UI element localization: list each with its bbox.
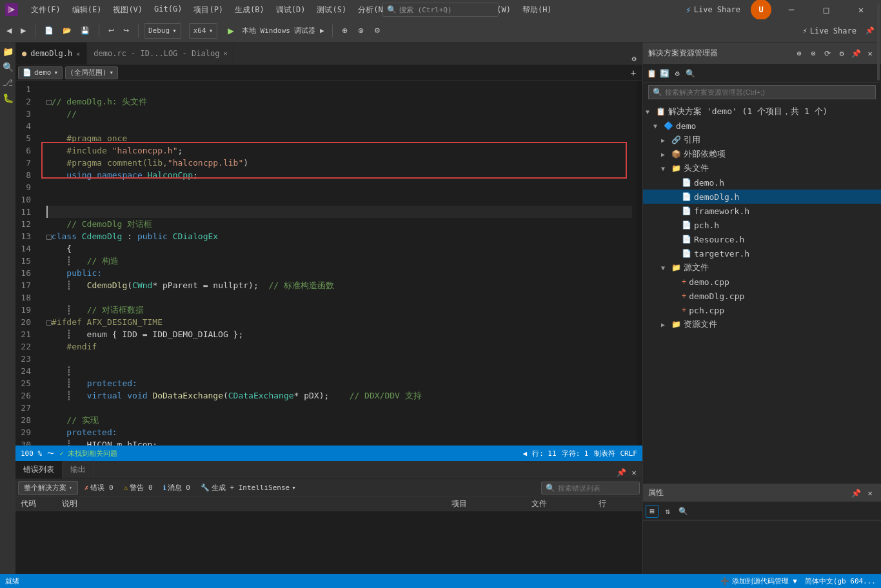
se-search-input[interactable] — [665, 88, 871, 96]
minimize-button[interactable]: ─ — [777, 0, 806, 19]
tree-demo-project[interactable]: ▼ 🔷 demo — [643, 119, 881, 133]
tree-pchcpp[interactable]: + pch.cpp — [643, 303, 881, 317]
menu-debug[interactable]: 调试(D) — [271, 3, 311, 17]
scope-range-dropdown[interactable]: (全局范围) ▾ — [65, 66, 118, 79]
se-search[interactable]: 🔍 — [648, 85, 876, 99]
error-filter-dropdown[interactable]: 整个解决方案 ▾ — [18, 481, 78, 495]
zoom-level[interactable]: 100 % — [21, 449, 42, 458]
activity-explorer[interactable]: 📁 — [1, 45, 14, 58]
prop-pin[interactable]: 📌 — [850, 487, 862, 499]
toolbar-pin-button[interactable]: 📌 — [862, 23, 878, 39]
bottom-close[interactable]: ✕ — [628, 467, 640, 478]
menu-edit[interactable]: 编辑(E) — [67, 3, 107, 17]
tree-references[interactable]: ▶ 🔗 引用 — [643, 133, 881, 147]
activity-bar: 📁 🔍 ⎇ 🐛 — [0, 43, 15, 574]
tab-error-list[interactable]: 错误列表 — [15, 460, 63, 478]
se-close[interactable]: ✕ — [864, 48, 876, 59]
open-button[interactable]: 📂 — [59, 23, 75, 39]
error-search-input[interactable] — [558, 484, 635, 492]
tabs-settings[interactable]: ⚙ — [628, 53, 640, 64]
activity-debug[interactable]: 🐛 — [1, 92, 14, 104]
menu-build[interactable]: 生成(B) — [230, 3, 270, 17]
tab-demorc[interactable]: demo.rc - ID...LOG - Dialog ✕ — [87, 43, 234, 64]
tab-demorc-close[interactable]: ✕ — [223, 50, 227, 57]
tree-resources-folder[interactable]: ▶ 📁 资源文件 — [643, 317, 881, 331]
tree-extern-deps[interactable]: ▶ 📦 外部依赖项 — [643, 147, 881, 161]
tree-demo-h[interactable]: 📄 demo.h — [643, 175, 881, 190]
menu-project[interactable]: 项目(P) — [188, 3, 228, 17]
menu-test[interactable]: 测试(S) — [312, 3, 351, 17]
menu-help[interactable]: 帮助(H) — [517, 3, 557, 17]
user-avatar[interactable]: U — [751, 0, 771, 20]
toolbar-btn-5[interactable]: ⊕ — [338, 23, 351, 39]
toolbar-liveshare[interactable]: ⚡ Live Share — [798, 25, 862, 37]
message-count-badge[interactable]: ℹ 消息 0 — [159, 482, 194, 494]
ln-22: 22 — [15, 340, 36, 353]
tree-sources-folder[interactable]: ▼ 📁 源文件 — [643, 260, 881, 275]
toolbar-btn-6[interactable]: ⊗ — [354, 23, 368, 39]
se-btn-4[interactable]: ⚙ — [836, 48, 847, 59]
liveshare-button[interactable]: ⚡ Live Share — [680, 3, 746, 16]
se-tb-2[interactable]: 🔄 — [658, 68, 670, 79]
new-button[interactable]: 📄 — [41, 23, 57, 39]
tab-output[interactable]: 输出 — [63, 460, 94, 478]
save-button[interactable]: 💾 — [77, 23, 94, 39]
warning-count-badge[interactable]: ⚠ 警告 0 — [120, 482, 157, 494]
tree-targetverh[interactable]: 📄 targetver.h — [643, 246, 881, 260]
menu-git[interactable]: Git(G) — [149, 3, 187, 17]
se-btn-2[interactable]: ⊗ — [807, 48, 819, 59]
build-filter-badge[interactable]: 🔧 生成 + IntelliSense ▾ — [197, 482, 300, 494]
se-toolbar: 📋 🔄 ⚙ 🔍 — [643, 64, 881, 83]
scroll-left-icon: ◀ — [523, 449, 528, 458]
platform-dropdown[interactable]: x64 ▾ — [189, 23, 218, 39]
status-encoding[interactable]: 简体中文(gb 604... — [805, 576, 876, 586]
maximize-button[interactable]: □ — [811, 0, 841, 19]
se-pin[interactable]: 📌 — [850, 48, 862, 59]
menu-file[interactable]: 文件(F) — [26, 3, 66, 17]
scope-add-button[interactable]: + — [627, 66, 640, 79]
toolbar-sep-4 — [332, 24, 333, 37]
toolbar-btn-7[interactable]: ⚙ — [370, 23, 384, 39]
back-button[interactable]: ◀ — [3, 23, 15, 39]
status-add-source[interactable]: ➕ 添加到源代码管理 ▼ — [720, 576, 797, 586]
prop-search-icon[interactable]: 🔍 — [677, 505, 689, 518]
tab-demodlgh-close[interactable]: ✕ — [76, 50, 80, 57]
scope-file-dropdown[interactable]: 📄 demo ▾ — [18, 66, 63, 79]
ln-14: 14 — [15, 242, 36, 255]
ln-29: 29 — [15, 426, 36, 438]
forward-button[interactable]: ▶ — [17, 23, 30, 39]
scope-file-label: demo — [34, 68, 52, 77]
tree-pchh[interactable]: 📄 pch.h — [643, 218, 881, 232]
tree-headers-folder[interactable]: ▼ 📁 头文件 — [643, 161, 881, 175]
se-tb-3[interactable]: ⚙ — [671, 68, 683, 79]
close-button[interactable]: ✕ — [846, 0, 876, 19]
redo-button[interactable]: ↪ — [119, 23, 133, 39]
run-button[interactable]: ▶ — [225, 24, 237, 37]
se-btn-1[interactable]: ⊕ — [793, 48, 805, 59]
se-tb-1[interactable]: 📋 — [646, 68, 657, 79]
tab-demodlgh[interactable]: ● demoDlg.h ✕ — [15, 43, 87, 64]
activity-git[interactable]: ⎇ — [1, 76, 14, 89]
error-count-badge[interactable]: ✗ 错误 0 — [81, 482, 117, 494]
undo-button[interactable]: ↩ — [104, 23, 118, 39]
prop-sort-icon[interactable]: ⇅ — [661, 505, 674, 518]
tree-solution[interactable]: ▼ 📋 解决方案 'demo' (1 个项目，共 1 个) — [643, 104, 881, 119]
tree-resourceh[interactable]: 📄 Resource.h — [643, 232, 881, 246]
se-btn-3[interactable]: ⟳ — [822, 48, 833, 59]
activity-search[interactable]: 🔍 — [1, 61, 14, 74]
prop-grid-icon[interactable]: ⊞ — [646, 505, 658, 518]
error-search[interactable]: 🔍 — [541, 482, 640, 495]
ln-4: 4 — [15, 120, 36, 132]
bottom-pin[interactable]: 📌 — [615, 467, 627, 478]
prop-close[interactable]: ✕ — [864, 487, 876, 499]
tree-democpp[interactable]: + demo.cpp — [643, 275, 881, 289]
se-tb-4[interactable]: 🔍 — [684, 68, 696, 79]
code-area[interactable]: □// demoDlg.h: 头文件 // #pragma once #incl… — [41, 81, 637, 446]
status-git[interactable]: 就绪 — [5, 576, 19, 586]
tree-frameworkh[interactable]: 📄 framework.h — [643, 204, 881, 218]
left-panel: ● demoDlg.h ✕ demo.rc - ID...LOG - Dialo… — [15, 43, 642, 574]
debug-mode-dropdown[interactable]: Debug ▾ — [144, 23, 181, 39]
tree-demodlgh[interactable]: 📄 demoDlg.h — [643, 190, 881, 204]
tree-demodlgcpp[interactable]: + demoDlg.cpp — [643, 289, 881, 303]
menu-view[interactable]: 视图(V) — [108, 3, 148, 17]
